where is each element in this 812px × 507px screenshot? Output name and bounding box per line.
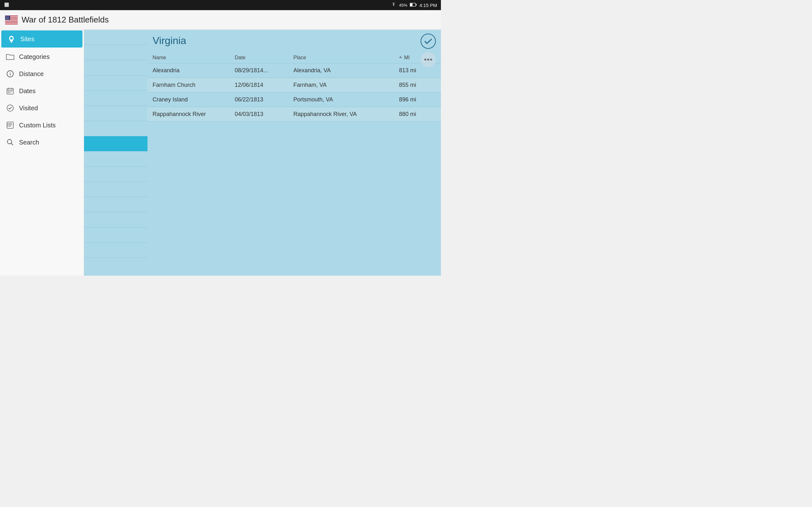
cell-date: 12/06/1814 [230, 78, 288, 93]
content-header: Virginia [148, 35, 441, 52]
svg-rect-0 [4, 3, 9, 7]
scroll-row [84, 212, 148, 228]
scroll-row [84, 167, 148, 182]
svg-rect-24 [8, 91, 9, 92]
svg-line-38 [11, 143, 13, 145]
cell-place: Portsmouth, VA [288, 93, 394, 107]
svg-text:★★★: ★★★ [5, 19, 9, 20]
table-row[interactable]: Craney Island 06/22/1813 Portsmouth, VA … [148, 93, 441, 107]
location-pin-icon [7, 35, 16, 43]
column-header-place: Place [288, 52, 394, 63]
scroll-row [84, 60, 148, 75]
check-visited-button[interactable] [420, 34, 436, 49]
cell-place: Alexandria, VA [288, 63, 394, 78]
scroll-row-highlighted [84, 136, 148, 152]
app-icon [4, 2, 9, 9]
cell-mi: 880 mi [394, 107, 441, 122]
scroll-row [84, 152, 148, 167]
dot-2 [427, 59, 429, 60]
scroll-row [84, 243, 148, 258]
cell-mi: 813 mi [394, 63, 441, 78]
column-header-name: Name [148, 52, 230, 63]
cell-date: 04/03/1813 [230, 107, 288, 122]
categories-label: Categories [19, 53, 50, 60]
svg-rect-30 [7, 122, 13, 128]
scroll-row [84, 91, 148, 106]
table-row[interactable]: Rappahannock River 04/03/1813 Rappahanno… [148, 107, 441, 122]
sidebar-item-sites[interactable]: Sites [1, 31, 83, 48]
dot-1 [424, 59, 426, 60]
scroll-row [84, 121, 148, 136]
table-header-row: Name Date Place MI [148, 52, 441, 63]
region-title: Virginia [153, 35, 436, 47]
page-title: War of 1812 Battlefields [21, 15, 109, 25]
dot-3 [430, 59, 432, 60]
info-circle-icon: i [6, 69, 14, 78]
svg-rect-10 [5, 23, 18, 23]
sidebar-item-categories[interactable]: Categories [0, 48, 84, 65]
search-icon [6, 138, 14, 147]
svg-rect-25 [9, 91, 10, 92]
cell-mi: 896 mi [394, 93, 441, 107]
us-flag: ★★★ ★★ ★★★ [5, 15, 18, 24]
folder-icon [6, 52, 14, 61]
sidebar-item-search[interactable]: Search [0, 134, 84, 151]
title-bar: ★★★ ★★ ★★★ War of 1812 Battlefields [0, 10, 441, 30]
svg-rect-2 [410, 3, 413, 6]
sites-label: Sites [20, 36, 34, 43]
data-table: Name Date Place MI Alexandria [148, 52, 441, 122]
svg-rect-9 [5, 21, 18, 22]
cell-name: Craney Island [148, 93, 230, 107]
svg-point-17 [10, 37, 13, 40]
scroll-row [84, 75, 148, 91]
checkmark-circle-icon [6, 104, 14, 112]
more-options-button[interactable] [420, 52, 436, 67]
list-icon [6, 121, 14, 130]
wifi-icon [391, 3, 397, 8]
cell-mi: 855 mi [394, 78, 441, 93]
sidebar-item-distance[interactable]: i Distance [0, 65, 84, 82]
svg-rect-28 [9, 92, 10, 93]
sidebar: Sites Categories i Distance [0, 30, 84, 276]
svg-rect-8 [5, 20, 18, 21]
visited-label: Visited [19, 105, 38, 112]
cell-name: Alexandria [148, 63, 230, 78]
svg-rect-3 [416, 4, 417, 5]
content-area: Virginia Name Date Place MI [148, 30, 441, 276]
table-body: Alexandria 08/29/1814... Alexandria, VA … [148, 63, 441, 122]
scroll-row [84, 228, 148, 243]
cell-place: Farnham, VA [288, 78, 394, 93]
table-row[interactable]: Farnham Church 12/06/1814 Farnham, VA 85… [148, 78, 441, 93]
cell-name: Farnham Church [148, 78, 230, 93]
calendar-icon [6, 87, 14, 95]
dates-label: Dates [19, 88, 36, 95]
scroll-row [84, 197, 148, 212]
svg-point-37 [7, 139, 12, 144]
search-label: Search [19, 139, 39, 146]
time-display: 4:15 PM [419, 3, 437, 8]
scroll-rows [84, 30, 148, 276]
main-layout: Sites Categories i Distance [0, 30, 441, 276]
sidebar-item-dates[interactable]: Dates [0, 82, 84, 100]
cell-place: Rappahannock River, VA [288, 107, 394, 122]
svg-rect-26 [11, 91, 12, 92]
scroll-column [84, 30, 148, 276]
svg-text:i: i [10, 72, 11, 76]
scroll-row [84, 30, 148, 45]
scroll-row [84, 45, 148, 60]
table-row[interactable]: Alexandria 08/29/1814... Alexandria, VA … [148, 63, 441, 78]
cell-date: 06/22/1813 [230, 93, 288, 107]
svg-rect-27 [8, 92, 9, 93]
scroll-row [84, 106, 148, 121]
custom-lists-label: Custom Lists [19, 122, 56, 129]
sidebar-item-visited[interactable]: Visited [0, 100, 84, 117]
status-bar: 45% 4:15 PM [0, 0, 441, 10]
cell-name: Rappahannock River [148, 107, 230, 122]
column-header-date: Date [230, 52, 288, 63]
distance-label: Distance [19, 70, 44, 78]
sidebar-item-custom-lists[interactable]: Custom Lists [0, 117, 84, 134]
battery-percentage: 45% [399, 3, 407, 8]
battery-icon [410, 3, 417, 8]
scroll-row [84, 182, 148, 197]
cell-date: 08/29/1814... [230, 63, 288, 78]
